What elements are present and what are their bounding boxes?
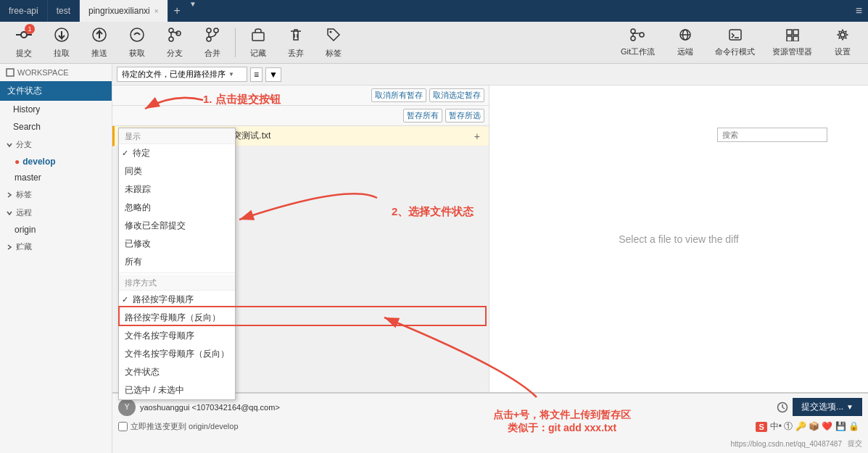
git-flow-label: Git工作流 bbox=[621, 46, 655, 57]
dropdown-sort-by-selected[interactable]: 已选中 / 未选中 bbox=[119, 381, 235, 399]
terminal-button[interactable]: 命令行模式 bbox=[708, 25, 762, 60]
diff-placeholder: Select a file to view the diff bbox=[619, 233, 739, 245]
git-flow-button[interactable]: Git工作流 bbox=[613, 25, 662, 60]
chevron-right-icon bbox=[6, 191, 13, 199]
show-section-label: 显示 bbox=[119, 128, 235, 144]
file-list-header: 待定的文件，已使用路径排序 ▼ ≡ ▼ bbox=[112, 64, 868, 86]
history-item[interactable]: History bbox=[0, 101, 112, 118]
dropdown-ignored[interactable]: 忽略的 bbox=[119, 199, 235, 217]
tab-dropdown-icon[interactable]: ▼ bbox=[189, 0, 197, 22]
filter-label: 待定的文件，已使用路径排序 bbox=[122, 69, 226, 80]
stash-group[interactable]: 贮藏 bbox=[0, 238, 112, 256]
tab-free-api[interactable]: free-api bbox=[0, 0, 48, 22]
tab-test-label: test bbox=[57, 6, 70, 16]
sidebar: WORKSPACE 文件状态 History Search 分支 ● devel… bbox=[0, 64, 112, 453]
branches-group[interactable]: 分支 bbox=[0, 136, 112, 154]
stage-all-button[interactable]: 暂存所有 bbox=[403, 109, 442, 122]
tab-close-icon[interactable]: × bbox=[154, 7, 159, 15]
remote-button[interactable]: 远端 bbox=[665, 25, 705, 60]
tags-group[interactable]: 标签 bbox=[0, 186, 112, 204]
view-toggle-button[interactable]: ≡ bbox=[250, 67, 263, 82]
dropdown-staged-unstaged[interactable]: 同类 bbox=[119, 162, 235, 180]
fetch-button[interactable]: 获取 bbox=[119, 24, 155, 62]
toolbar-right: Git工作流 远端 命令行模式 资源管理器 设置 bbox=[613, 25, 862, 60]
stash-button[interactable]: 记藏 bbox=[240, 24, 276, 62]
push-checkbox-label[interactable]: 立即推送变更到 origin/develop bbox=[118, 421, 239, 432]
merge-button[interactable]: 合并 bbox=[194, 24, 231, 62]
pull-icon bbox=[54, 27, 70, 46]
remote-label: 远端 bbox=[677, 46, 693, 57]
commit-button[interactable]: 1 提交 bbox=[6, 24, 42, 62]
settings-button[interactable]: 设置 bbox=[822, 25, 862, 60]
remote-group[interactable]: 远程 bbox=[0, 204, 112, 222]
new-tab-button[interactable]: + bbox=[168, 0, 186, 22]
filter-dropdown[interactable]: 待定的文件，已使用路径排序 ▼ bbox=[117, 67, 247, 82]
master-branch[interactable]: master bbox=[0, 170, 112, 186]
tab-bar: free-api test pingrixuexilianxi × + ▼ ≡ bbox=[0, 0, 868, 22]
tab-pingrixuexilianxi[interactable]: pingrixuexilianxi × bbox=[80, 0, 168, 22]
pull-button[interactable]: 拉取 bbox=[44, 24, 80, 62]
svg-point-14 bbox=[214, 28, 218, 33]
branch-icon bbox=[167, 27, 183, 46]
push-button[interactable]: 推送 bbox=[81, 24, 117, 62]
commit-options-button[interactable]: 提交选项... ▼ bbox=[793, 398, 862, 416]
resource-manager-button[interactable]: 资源管理器 bbox=[765, 25, 819, 60]
dropdown-modified-committed[interactable]: 修改已全部提交 bbox=[119, 217, 235, 235]
branch-label: 分支 bbox=[167, 48, 183, 59]
resource-manager-icon bbox=[785, 28, 800, 45]
dropdown-all[interactable]: 所有 bbox=[119, 253, 235, 271]
resource-manager-label: 资源管理器 bbox=[772, 46, 812, 57]
sohu-logo: S bbox=[756, 422, 766, 432]
author-name: yaoshuanggui <1070342164@qq.com> bbox=[140, 403, 772, 412]
svg-rect-34 bbox=[7, 69, 14, 76]
svg-point-13 bbox=[207, 37, 211, 41]
commit-author-row: Y yaoshuanggui <1070342164@qq.com> 提交选项.… bbox=[118, 398, 862, 416]
search-input[interactable] bbox=[717, 128, 827, 142]
tag-button[interactable]: 标签 bbox=[315, 24, 352, 62]
dropdown-untracked[interactable]: 未跟踪 bbox=[119, 180, 235, 199]
svg-rect-27 bbox=[729, 30, 741, 40]
dropdown-sort-by-status[interactable]: 文件状态 bbox=[119, 363, 235, 381]
commit-label: 提交 bbox=[16, 48, 32, 59]
cancel-selected-staged-button[interactable]: 取消选定暂存 bbox=[429, 88, 484, 102]
dropdown-sort-by-name[interactable]: 文件名按字母顺序 bbox=[119, 327, 235, 345]
tab-test[interactable]: test bbox=[48, 0, 80, 22]
svg-rect-29 bbox=[787, 30, 792, 35]
main-layout: WORKSPACE 文件状态 History Search 分支 ● devel… bbox=[0, 64, 868, 453]
search-item[interactable]: Search bbox=[0, 118, 112, 136]
push-checkbox[interactable] bbox=[118, 422, 128, 431]
toolbar-divider-1 bbox=[235, 28, 236, 57]
settings-icon bbox=[835, 28, 850, 45]
dropdown-modified[interactable]: 已修改 bbox=[119, 235, 235, 253]
file-status-item[interactable]: 文件状态 bbox=[0, 81, 112, 101]
stash-label: 记藏 bbox=[250, 48, 266, 59]
hamburger-icon[interactable]: ≡ bbox=[856, 4, 862, 17]
dropdown-sort-by-path-rev[interactable]: 路径按字母顺序（反向） bbox=[119, 309, 235, 327]
discard-button[interactable]: 丢弃 bbox=[278, 24, 314, 62]
svg-point-7 bbox=[131, 28, 144, 41]
terminal-label: 命令行模式 bbox=[715, 46, 755, 57]
cancel-all-staged-button[interactable]: 取消所有暂存 bbox=[371, 88, 426, 102]
origin-remote[interactable]: origin bbox=[0, 222, 112, 238]
commit-footer: 立即推送变更到 origin/develop S 中• ① 🔑 📦 ❤️ 💾 🔒 bbox=[118, 419, 862, 434]
push-label: 推送 bbox=[91, 48, 107, 59]
branch-button[interactable]: 分支 bbox=[157, 24, 193, 62]
svg-point-21 bbox=[631, 36, 635, 41]
workspace-label: WORKSPACE bbox=[0, 64, 112, 81]
commit-badge: 1 bbox=[25, 24, 35, 34]
stage-file-button[interactable]: + bbox=[471, 130, 483, 142]
url-bar: https://blog.csdn.net/qq_40487487 提交 bbox=[118, 437, 862, 449]
dropdown-sort-by-path[interactable]: 路径按字母顺序 bbox=[119, 291, 235, 309]
develop-branch[interactable]: ● develop bbox=[0, 154, 112, 170]
dropdown-staged[interactable]: 待定 bbox=[119, 144, 235, 162]
chevron-right-icon-2 bbox=[6, 244, 13, 251]
svg-rect-16 bbox=[252, 33, 264, 41]
view-arrow-button[interactable]: ▼ bbox=[265, 67, 281, 82]
svg-rect-31 bbox=[787, 36, 792, 41]
commit-area: Y yaoshuanggui <1070342164@qq.com> 提交选项.… bbox=[112, 392, 868, 453]
commit-icon: 1 bbox=[16, 27, 32, 46]
commit-dropdown-arrow: ▼ bbox=[846, 403, 853, 411]
svg-point-20 bbox=[631, 29, 635, 33]
dropdown-sort-by-name-rev[interactable]: 文件名按字母顺序（反向） bbox=[119, 345, 235, 363]
stage-selected-button[interactable]: 暂存所选 bbox=[445, 109, 484, 122]
